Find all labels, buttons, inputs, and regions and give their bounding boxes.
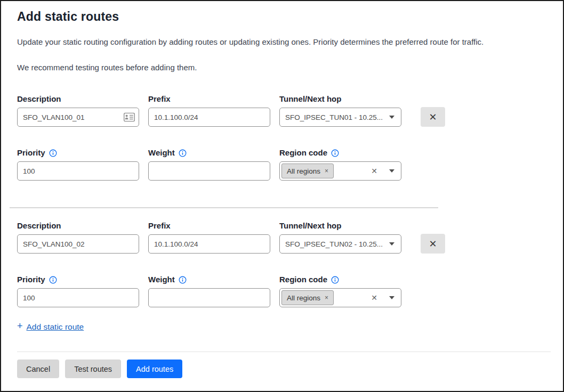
remove-tag-icon[interactable]: × <box>325 167 328 175</box>
page-title: Add static routes <box>17 10 547 24</box>
region-tag-label: All regions <box>287 294 320 302</box>
weight-field-1: Weight <box>148 148 270 181</box>
region-tag-label: All regions <box>287 167 320 175</box>
chevron-down-icon <box>389 242 394 246</box>
tunnel-select[interactable]: SFO_IPSEC_TUN02 - 10.25... <box>279 234 401 254</box>
info-icon[interactable] <box>179 276 187 284</box>
prefix-label: Prefix <box>148 221 270 230</box>
region-label: Region code <box>279 148 401 157</box>
add-static-routes-dialog: { "dialog": { "title": "Add static route… <box>0 0 564 392</box>
weight-field-2: Weight <box>148 275 270 307</box>
clear-icon[interactable]: ✕ <box>371 293 377 302</box>
weight-label: Weight <box>148 275 270 284</box>
info-icon[interactable] <box>331 149 339 157</box>
tunnel-label-text: Tunnel/Next hop <box>279 94 341 103</box>
info-icon[interactable] <box>179 149 187 157</box>
close-icon: ✕ <box>429 238 437 249</box>
tunnel-label-text: Tunnel/Next hop <box>279 221 341 230</box>
priority-field-2: Priority <box>17 275 139 307</box>
close-icon: ✕ <box>429 111 437 123</box>
region-label-text: Region code <box>279 275 327 284</box>
add-static-route-link-text: Add static route <box>27 322 84 332</box>
region-label: Region code <box>279 275 401 284</box>
prefix-field-2: Prefix <box>148 221 270 254</box>
tunnel-select-value: SFO_IPSEC_TUN02 - 10.25... <box>285 240 385 248</box>
intro-text: Update your static routing configuration… <box>17 37 547 46</box>
weight-input[interactable] <box>148 288 270 307</box>
region-tag: All regions × <box>281 164 334 178</box>
prefix-input[interactable] <box>148 108 270 127</box>
description-label: Description <box>17 94 139 103</box>
route-entry-1: Description <box>17 94 547 181</box>
note-text: We recommend testing routes before addin… <box>17 63 547 72</box>
prefix-label-text: Prefix <box>148 221 171 230</box>
dialog-body: Add static routes Update your static rou… <box>1 1 563 332</box>
priority-label-text: Priority <box>17 148 45 157</box>
description-input[interactable] <box>17 234 139 254</box>
route-2-main-row: Description Prefix Tunnel/Next hop SFO_I… <box>17 221 547 254</box>
tunnel-field-1: Tunnel/Next hop SFO_IPSEC_TUN01 - 10.25.… <box>279 94 401 127</box>
prefix-input[interactable] <box>148 234 270 254</box>
cancel-button[interactable]: Cancel <box>17 360 59 378</box>
footer-divider <box>17 352 551 352</box>
priority-input[interactable] <box>17 161 139 181</box>
region-label-text: Region code <box>279 148 327 157</box>
region-field-1: Region code All regions × <box>279 148 401 181</box>
region-tag: All regions × <box>281 290 334 305</box>
region-select[interactable]: All regions × ✕ <box>279 161 401 181</box>
route-entry-2: Description Prefix Tunnel/Next hop SFO_I… <box>17 221 547 307</box>
prefix-label: Prefix <box>148 94 270 103</box>
plus-icon: + <box>17 321 23 332</box>
description-field-1: Description <box>17 94 139 127</box>
chevron-down-icon <box>389 169 394 173</box>
info-icon[interactable] <box>49 149 57 157</box>
region-select[interactable]: All regions × ✕ <box>279 288 401 307</box>
weight-label-text: Weight <box>148 275 175 284</box>
remove-route-button-1[interactable]: ✕ <box>421 107 445 127</box>
weight-label-text: Weight <box>148 148 175 157</box>
info-icon[interactable] <box>49 276 57 284</box>
weight-input[interactable] <box>148 161 270 181</box>
route-1-secondary-row: Priority Weight <box>17 148 547 181</box>
add-static-route-link[interactable]: + Add static route <box>17 321 84 332</box>
contact-card-icon[interactable] <box>124 113 135 122</box>
priority-label: Priority <box>17 275 139 284</box>
route-1-main-row: Description <box>17 94 547 127</box>
remove-route-button-2[interactable]: ✕ <box>421 234 445 254</box>
description-label-text: Description <box>17 94 61 103</box>
tunnel-label: Tunnel/Next hop <box>279 221 401 230</box>
clear-icon[interactable]: ✕ <box>371 167 377 175</box>
tunnel-label: Tunnel/Next hop <box>279 94 401 103</box>
priority-input[interactable] <box>17 288 139 307</box>
priority-label: Priority <box>17 148 139 157</box>
description-field-2: Description <box>17 221 139 254</box>
chevron-down-icon <box>389 116 394 119</box>
prefix-field-1: Prefix <box>148 94 270 127</box>
add-routes-button[interactable]: Add routes <box>127 360 182 378</box>
prefix-label-text: Prefix <box>148 94 171 103</box>
remove-tag-icon[interactable]: × <box>325 294 328 301</box>
route-2-secondary-row: Priority Weight <box>17 275 547 307</box>
description-input[interactable] <box>17 108 139 127</box>
tunnel-select[interactable]: SFO_IPSEC_TUN01 - 10.25... <box>279 108 401 127</box>
chevron-down-icon <box>389 296 394 299</box>
route-divider <box>10 207 438 208</box>
test-routes-button[interactable]: Test routes <box>65 360 121 378</box>
footer-actions: Cancel Test routes Add routes <box>17 360 182 378</box>
info-icon[interactable] <box>331 276 339 284</box>
weight-label: Weight <box>148 148 270 157</box>
priority-field-1: Priority <box>17 148 139 181</box>
priority-label-text: Priority <box>17 275 45 284</box>
tunnel-field-2: Tunnel/Next hop SFO_IPSEC_TUN02 - 10.25.… <box>279 221 401 254</box>
region-field-2: Region code All regions × <box>279 275 401 307</box>
description-label-text: Description <box>17 221 61 230</box>
description-label: Description <box>17 221 139 230</box>
tunnel-select-value: SFO_IPSEC_TUN01 - 10.25... <box>285 113 385 121</box>
